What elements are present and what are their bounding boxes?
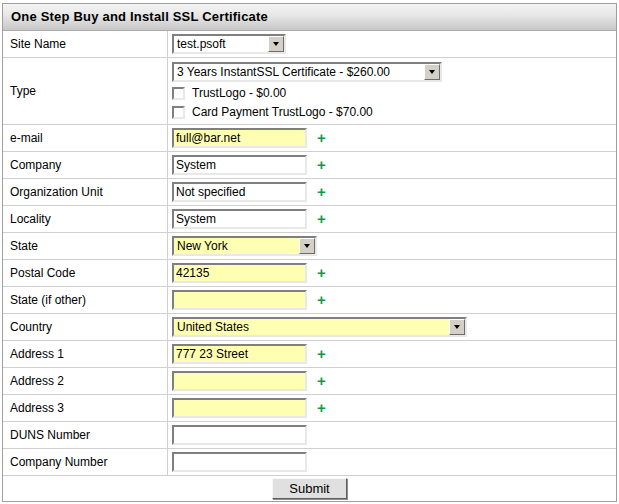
add-icon[interactable]: + [317,186,326,198]
card-payment-trustlogo-option: Card Payment TrustLogo - $70.00 [172,104,373,120]
state-select[interactable]: New York [172,236,317,256]
state-if-other-label: State (if other) [3,287,168,313]
postal-code-label: Postal Code [3,260,168,286]
email-label: e-mail [3,125,168,151]
site-name-select[interactable]: test.psoft [172,34,286,54]
type-label: Type [3,58,168,124]
address-2-label: Address 2 [3,368,168,394]
dropdown-arrow-icon[interactable] [299,238,315,254]
company-number-label: Company Number [3,449,168,475]
dropdown-arrow-icon[interactable] [449,319,465,335]
certificate-type-selected-value: 3 Years InstantSSL Certificate - $260.00 [174,65,424,79]
country-select[interactable]: United States [172,317,467,337]
row-company-number: Company Number [3,449,616,476]
add-icon[interactable]: + [317,348,326,360]
row-state: State New York [3,233,616,260]
organization-unit-label: Organization Unit [3,179,168,205]
row-address-3: Address 3 + [3,395,616,422]
row-site-name: Site Name test.psoft [3,31,616,58]
address-1-field[interactable] [172,344,307,364]
address-1-label: Address 1 [3,341,168,367]
address-2-field[interactable] [172,371,307,391]
company-field[interactable] [172,155,307,175]
add-icon[interactable]: + [317,375,326,387]
row-email: e-mail + [3,125,616,152]
row-address-1: Address 1 + [3,341,616,368]
duns-number-field[interactable] [172,425,307,445]
locality-field[interactable] [172,209,307,229]
company-number-field[interactable] [172,452,307,472]
submit-button[interactable]: Submit [272,478,346,499]
row-company: Company + [3,152,616,179]
ssl-certificate-form: One Step Buy and Install SSL Certificate… [2,3,617,502]
row-address-2: Address 2 + [3,368,616,395]
row-type: Type 3 Years InstantSSL Certificate - $2… [3,58,616,125]
card-payment-trustlogo-checkbox[interactable] [172,106,185,119]
address-3-field[interactable] [172,398,307,418]
card-payment-trustlogo-checkbox-label: Card Payment TrustLogo - $70.00 [192,105,373,119]
duns-number-label: DUNS Number [3,422,168,448]
state-if-other-field[interactable] [172,290,307,310]
country-label: Country [3,314,168,340]
row-submit: Submit [3,476,616,501]
page-title: One Step Buy and Install SSL Certificate [3,4,616,31]
locality-label: Locality [3,206,168,232]
add-icon[interactable]: + [317,213,326,225]
add-icon[interactable]: + [317,402,326,414]
row-state-if-other: State (if other) + [3,287,616,314]
address-3-label: Address 3 [3,395,168,421]
row-locality: Locality + [3,206,616,233]
row-postal-code: Postal Code + [3,260,616,287]
trustlogo-checkbox[interactable] [172,87,185,100]
trustlogo-checkbox-label: TrustLogo - $0.00 [192,86,286,100]
site-name-label: Site Name [3,31,168,57]
dropdown-arrow-icon[interactable] [424,64,440,80]
email-field[interactable] [172,128,307,148]
add-icon[interactable]: + [317,159,326,171]
certificate-type-select[interactable]: 3 Years InstantSSL Certificate - $260.00 [172,62,442,82]
trustlogo-option: TrustLogo - $0.00 [172,85,286,101]
row-country: Country United States [3,314,616,341]
add-icon[interactable]: + [317,294,326,306]
row-duns-number: DUNS Number [3,422,616,449]
row-organization-unit: Organization Unit + [3,179,616,206]
dropdown-arrow-icon[interactable] [268,36,284,52]
state-selected-value: New York [174,239,299,253]
country-selected-value: United States [174,320,449,334]
company-label: Company [3,152,168,178]
postal-code-field[interactable] [172,263,307,283]
add-icon[interactable]: + [317,267,326,279]
add-icon[interactable]: + [317,132,326,144]
site-name-selected-value: test.psoft [174,37,268,51]
organization-unit-field[interactable] [172,182,307,202]
state-label: State [3,233,168,259]
